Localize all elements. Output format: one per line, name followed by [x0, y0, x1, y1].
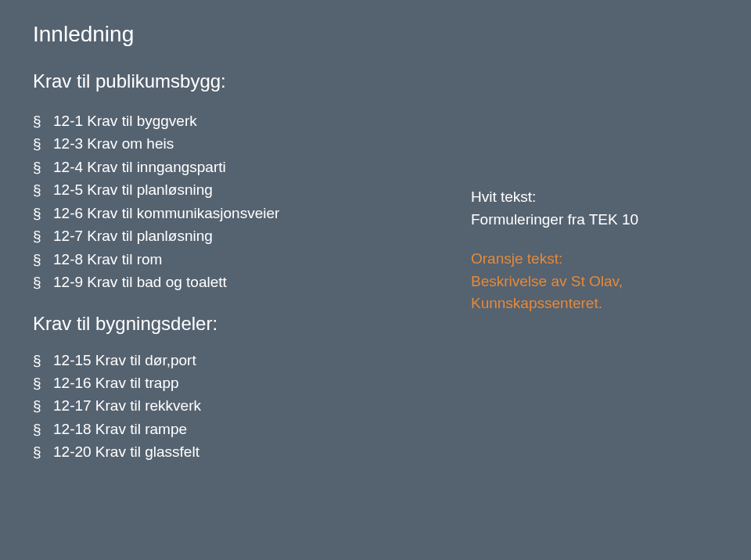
- list-item: 12-6 Krav til kommunikasjonsveier: [53, 202, 440, 224]
- list-item: 12-16 Krav til trapp: [53, 372, 440, 394]
- content-columns: Krav til publikumsbygg: 12-1 Krav til by…: [33, 70, 718, 464]
- section1-heading: Krav til publikumsbygg:: [33, 70, 440, 92]
- list-item: 12-5 Krav til planløsning: [53, 178, 440, 201]
- section1-list: 12-1 Krav til byggverk 12-3 Krav om heis…: [33, 109, 440, 294]
- right-column: Hvit tekst:Formuleringer fra TEK 10 Oran…: [471, 70, 718, 464]
- list-item: 12-1 Krav til byggverk: [53, 109, 440, 132]
- list-item: 12-18 Krav til rampe: [53, 418, 440, 440]
- list-item: 12-20 Krav til glassfelt: [53, 440, 440, 463]
- list-item: 12-4 Krav til inngangsparti: [53, 156, 440, 178]
- section2-heading: Krav til bygningsdeler:: [33, 313, 440, 335]
- section2-list: 12-15 Krav til dør,port 12-16 Krav til t…: [33, 349, 440, 464]
- list-item: 12-8 Krav til rom: [53, 248, 440, 271]
- list-item: 12-17 Krav til rekkverk: [53, 394, 440, 417]
- left-column: Krav til publikumsbygg: 12-1 Krav til by…: [33, 70, 440, 464]
- page-title: Innledning: [33, 22, 718, 47]
- list-item: 12-7 Krav til planløsning: [53, 224, 440, 247]
- list-item: 12-15 Krav til dør,port: [53, 349, 440, 372]
- legend-orange: Oransje tekst:Beskrivelse av St Olav, Ku…: [471, 248, 718, 315]
- list-item: 12-3 Krav om heis: [53, 132, 440, 155]
- legend-white: Hvit tekst:Formuleringer fra TEK 10: [471, 186, 718, 231]
- list-item: 12-9 Krav til bad og toalett: [53, 271, 440, 293]
